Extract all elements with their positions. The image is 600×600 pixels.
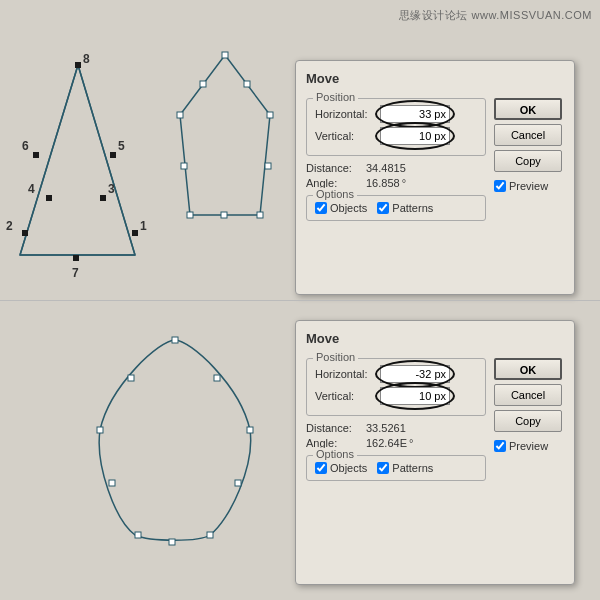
bottom-cancel-button[interactable]: Cancel [494, 384, 562, 406]
svg-rect-24 [187, 212, 193, 218]
objects-checkbox[interactable] [315, 202, 327, 214]
bottom-angle-unit: ° [409, 437, 413, 449]
svg-rect-35 [97, 427, 103, 433]
svg-rect-9 [22, 230, 28, 236]
bottom-distance-label: Distance: [306, 422, 366, 434]
svg-marker-20 [180, 55, 270, 215]
top-preview-option[interactable]: Preview [494, 180, 564, 192]
svg-text:3: 3 [108, 182, 115, 196]
top-section: 8 6 5 4 3 2 1 7 [0, 30, 600, 300]
svg-rect-11 [73, 255, 79, 261]
svg-text:8: 8 [83, 52, 90, 66]
top-position-section: Position Horizontal: Vertical: [306, 98, 486, 156]
bottom-objects-option[interactable]: Objects [315, 462, 367, 474]
svg-rect-32 [247, 427, 253, 433]
top-dialog-title: Move [306, 71, 564, 90]
watermark: 思缘设计论坛 www.MISSVUAN.COM [399, 8, 592, 23]
svg-text:1: 1 [140, 219, 147, 233]
svg-text:6: 6 [22, 139, 29, 153]
objects-option[interactable]: Objects [315, 202, 367, 214]
distance-row: Distance: 34.4815 [306, 162, 486, 174]
bottom-horizontal-label: Horizontal: [315, 368, 380, 380]
horizontal-input[interactable] [380, 105, 450, 123]
svg-rect-36 [214, 375, 220, 381]
horizontal-row: Horizontal: [315, 105, 477, 123]
bottom-ok-button[interactable]: OK [494, 358, 562, 380]
svg-rect-37 [235, 480, 241, 486]
svg-text:7: 7 [72, 266, 79, 280]
svg-rect-4 [75, 62, 81, 68]
svg-text:2: 2 [6, 219, 13, 233]
triangle-shape: 8 6 5 4 3 2 1 7 [0, 30, 160, 300]
svg-rect-5 [33, 152, 39, 158]
bottom-middle-canvas [60, 310, 290, 590]
top-position-label: Position [313, 91, 358, 103]
svg-text:5: 5 [118, 139, 125, 153]
bottom-preview-option[interactable]: Preview [494, 440, 564, 452]
bottom-left-canvas [0, 310, 60, 590]
bottom-dialog: Move Position Horizontal: Vertical: [295, 320, 575, 585]
svg-rect-30 [200, 81, 206, 87]
svg-rect-21 [222, 52, 228, 58]
distance-value: 34.4815 [366, 162, 406, 174]
patterns-checkbox[interactable] [377, 202, 389, 214]
patterns-option[interactable]: Patterns [377, 202, 433, 214]
bottom-patterns-label: Patterns [392, 462, 433, 474]
svg-rect-39 [109, 480, 115, 486]
svg-rect-22 [267, 112, 273, 118]
svg-rect-27 [265, 163, 271, 169]
bottom-vertical-label: Vertical: [315, 390, 380, 402]
bottom-dialog-buttons: OK Cancel Copy Preview [494, 358, 564, 487]
svg-marker-0 [20, 65, 135, 255]
svg-line-1 [20, 65, 78, 255]
section-divider [0, 300, 600, 301]
top-middle-canvas [160, 30, 290, 300]
bottom-distance-row: Distance: 33.5261 [306, 422, 486, 434]
svg-rect-29 [181, 163, 187, 169]
svg-rect-34 [135, 532, 141, 538]
top-copy-button[interactable]: Copy [494, 150, 562, 172]
top-ok-button[interactable]: OK [494, 98, 562, 120]
bottom-vertical-row: Vertical: [315, 387, 477, 405]
svg-rect-31 [172, 337, 178, 343]
bottom-dialog-title: Move [306, 331, 564, 350]
top-dialog: Move Position Horizontal: Vertical: [295, 60, 575, 295]
bottom-position-section: Position Horizontal: Vertical: [306, 358, 486, 416]
horizontal-label: Horizontal: [315, 108, 380, 120]
top-cancel-button[interactable]: Cancel [494, 124, 562, 146]
svg-rect-33 [207, 532, 213, 538]
angle-value: 16.858 [366, 177, 400, 189]
objects-label: Objects [330, 202, 367, 214]
vertical-label: Vertical: [315, 130, 380, 142]
bottom-distance-value: 33.5261 [366, 422, 406, 434]
top-dialog-buttons: OK Cancel Copy Preview [494, 98, 564, 227]
pentagon-shape-top [160, 30, 290, 300]
angle-unit: ° [402, 177, 406, 189]
distance-label: Distance: [306, 162, 366, 174]
svg-line-2 [78, 65, 135, 255]
svg-rect-25 [177, 112, 183, 118]
top-preview-checkbox[interactable] [494, 180, 506, 192]
bottom-preview-checkbox[interactable] [494, 440, 506, 452]
vertical-input[interactable] [380, 127, 450, 145]
bottom-vertical-input[interactable] [380, 387, 450, 405]
bottom-patterns-checkbox[interactable] [377, 462, 389, 474]
top-left-canvas: 8 6 5 4 3 2 1 7 [0, 30, 160, 300]
bottom-position-label: Position [313, 351, 358, 363]
bottom-patterns-option[interactable]: Patterns [377, 462, 433, 474]
top-preview-label: Preview [509, 180, 548, 192]
bottom-section: Move Position Horizontal: Vertical: [0, 310, 600, 590]
bottom-copy-button[interactable]: Copy [494, 410, 562, 432]
svg-rect-38 [169, 539, 175, 545]
bottom-horizontal-row: Horizontal: [315, 365, 477, 383]
svg-rect-10 [132, 230, 138, 236]
patterns-label: Patterns [392, 202, 433, 214]
bottom-horizontal-input[interactable] [380, 365, 450, 383]
bottom-objects-checkbox[interactable] [315, 462, 327, 474]
vertical-row: Vertical: [315, 127, 477, 145]
svg-rect-8 [100, 195, 106, 201]
top-options-label: Options [313, 188, 357, 200]
bottom-preview-label: Preview [509, 440, 548, 452]
bottom-objects-label: Objects [330, 462, 367, 474]
svg-rect-23 [257, 212, 263, 218]
